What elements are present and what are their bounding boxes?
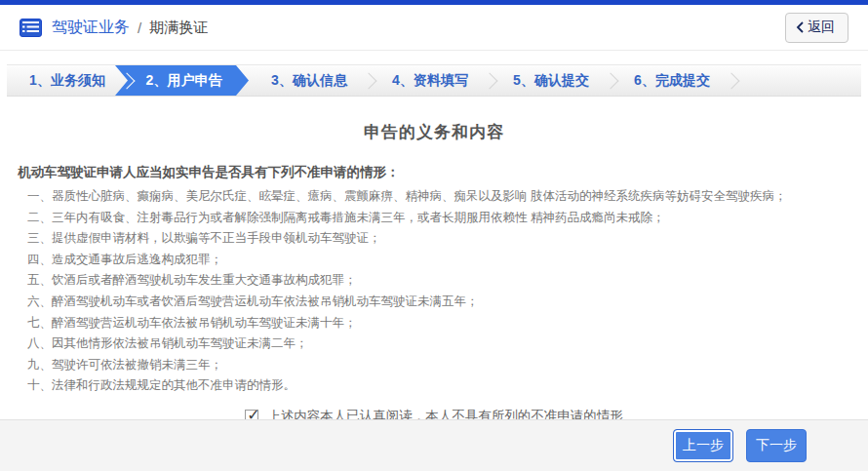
page-header: 驾驶证业务 / 期满换证 返回	[0, 5, 868, 51]
step-tab-6[interactable]: 6、完成提交	[612, 65, 732, 96]
breadcrumb-current: 期满换证	[149, 19, 208, 37]
step-tab-5[interactable]: 5、确认提交	[491, 65, 612, 96]
declaration-item: 三、提供虚假申请材料，以欺骗等不正当手段申领机动车驾驶证；	[27, 228, 858, 250]
declaration-item: 七、醉酒驾驶营运机动车依法被吊销机动车驾驶证未满十年；	[27, 313, 858, 334]
declaration-item: 十、法律和行政法规规定的其他不准申请的情形。	[27, 375, 858, 397]
next-step-button[interactable]: 下一步	[746, 429, 807, 462]
declaration-item: 二、三年内有吸食、注射毒品行为或者解除强制隔离戒毒措施未满三年，或者长期服用依赖…	[27, 208, 858, 229]
declaration-item: 五、饮酒后或者醉酒驾驶机动车发生重大交通事故构成犯罪；	[27, 270, 858, 292]
footer-bar: 上一步 下一步	[0, 419, 868, 471]
declaration-item: 一、器质性心脏病、癫痫病、美尼尔氏症、眩晕症、癔病、震颤麻痹、精神病、痴呆以及影…	[27, 186, 858, 208]
form-list-icon	[20, 19, 42, 37]
breadcrumb-divider: /	[138, 20, 141, 36]
page-title: 驾驶证业务	[52, 18, 130, 38]
chevron-left-icon	[796, 21, 804, 33]
back-button-label: 返回	[808, 19, 835, 36]
step-tab-4[interactable]: 4、资料填写	[370, 65, 491, 96]
declaration-item: 六、醉酒驾驶机动车或者饮酒后驾驶营运机动车依法被吊销机动车驾驶证未满五年；	[27, 292, 858, 313]
declaration-title: 申告的义务和内容	[0, 121, 868, 143]
declaration-item: 四、造成交通事故后逃逸构成犯罪；	[27, 250, 858, 271]
back-button[interactable]: 返回	[785, 13, 848, 43]
declaration-list: 一、器质性心脏病、癫痫病、美尼尔氏症、眩晕症、癔病、震颤麻痹、精神病、痴呆以及影…	[27, 186, 858, 397]
step-tab-1[interactable]: 1、业务须知	[7, 65, 128, 96]
step-navigation: 1、业务须知2、用户申告3、确认信息4、资料填写5、确认提交6、完成提交	[7, 64, 861, 97]
previous-step-button[interactable]: 上一步	[673, 429, 733, 462]
declaration-item: 九、驾驶许可依法被撤销未满三年；	[27, 355, 858, 376]
declaration-intro: 机动车驾驶证申请人应当如实申告是否具有下列不准申请的情形：	[18, 164, 850, 181]
declaration-item: 八、因其他情形依法被吊销机动车驾驶证未满二年；	[27, 334, 858, 355]
step-tab-3[interactable]: 3、确认信息	[249, 65, 370, 96]
